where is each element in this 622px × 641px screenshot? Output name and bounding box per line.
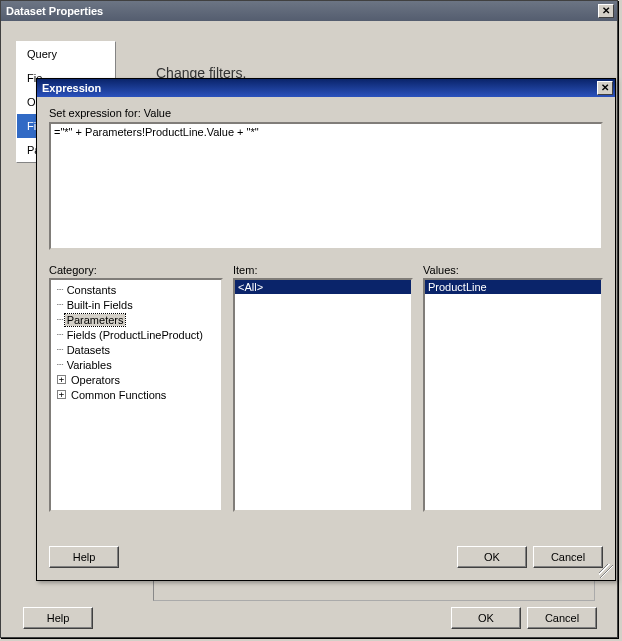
set-expression-label: Set expression for: Value — [49, 107, 603, 119]
values-label: Values: — [423, 264, 603, 276]
expression-dialog: Expression ✕ Set expression for: Value C… — [36, 78, 616, 581]
cancel-button[interactable]: Cancel — [527, 607, 597, 629]
cancel-button[interactable]: Cancel — [533, 546, 603, 568]
tree-item-constants[interactable]: ┈Constants — [51, 282, 221, 297]
list-item[interactable]: ProductLine — [425, 280, 601, 294]
expand-icon[interactable]: + — [57, 390, 66, 399]
tree-item-parameters[interactable]: ┈Parameters — [51, 312, 221, 327]
tree-item-fields[interactable]: ┈Fields (ProductLineProduct) — [51, 327, 221, 342]
item-label: Item: — [233, 264, 413, 276]
help-button[interactable]: Help — [49, 546, 119, 568]
expression-input[interactable] — [49, 122, 603, 250]
close-icon[interactable]: ✕ — [598, 4, 614, 18]
tree-item-variables[interactable]: ┈Variables — [51, 357, 221, 372]
category-tree[interactable]: ┈Constants ┈Built-in Fields ┈Parameters … — [49, 278, 223, 512]
help-button[interactable]: Help — [23, 607, 93, 629]
tree-item-operators[interactable]: +Operators — [51, 372, 221, 387]
tree-item-common-functions[interactable]: +Common Functions — [51, 387, 221, 402]
close-icon[interactable]: ✕ — [597, 81, 613, 95]
category-label: Category: — [49, 264, 223, 276]
dataset-properties-titlebar[interactable]: Dataset Properties ✕ — [1, 1, 617, 21]
resize-grip-icon[interactable] — [599, 564, 613, 578]
ok-button[interactable]: OK — [457, 546, 527, 568]
expression-title: Expression — [42, 82, 597, 94]
tree-item-datasets[interactable]: ┈Datasets — [51, 342, 221, 357]
ok-button[interactable]: OK — [451, 607, 521, 629]
item-listbox[interactable]: <All> — [233, 278, 413, 512]
values-listbox[interactable]: ProductLine — [423, 278, 603, 512]
dataset-properties-title: Dataset Properties — [6, 5, 598, 17]
list-item[interactable]: <All> — [235, 280, 411, 294]
tab-query[interactable]: Query — [17, 42, 115, 66]
expression-titlebar[interactable]: Expression ✕ — [37, 79, 615, 97]
expand-icon[interactable]: + — [57, 375, 66, 384]
tree-item-builtin-fields[interactable]: ┈Built-in Fields — [51, 297, 221, 312]
